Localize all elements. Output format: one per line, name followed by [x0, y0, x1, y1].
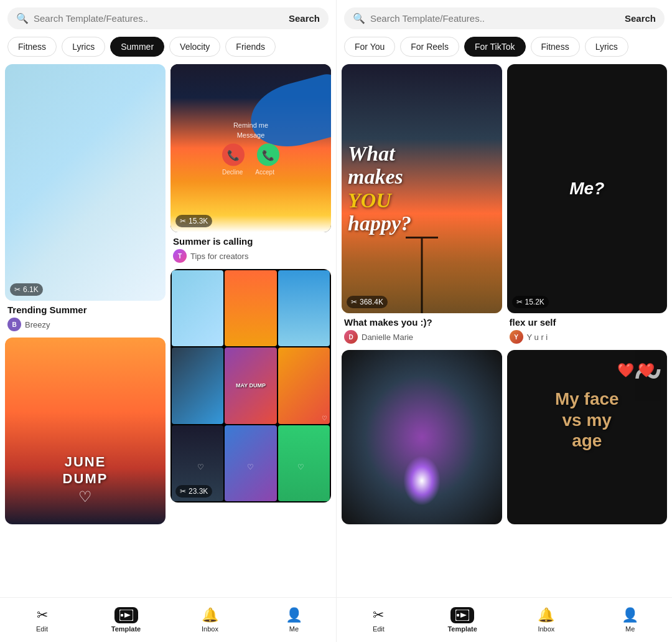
card-june-dump[interactable]: JUNEDUMP ♡	[5, 338, 166, 524]
nav-edit-right[interactable]: ✂ Edit	[337, 607, 421, 633]
template-icon-right	[450, 607, 474, 623]
nav-me-left[interactable]: 👤 Me	[252, 607, 336, 633]
left-search-button[interactable]: Search	[289, 13, 320, 24]
nav-template-left[interactable]: Template	[84, 607, 168, 633]
search-icon: 🔍	[16, 12, 29, 24]
right-search-input[interactable]	[370, 13, 620, 24]
tab-fitness-right[interactable]: Fitness	[531, 37, 580, 57]
left-panel: 🔍 Search Fitness Lyrics Summer Velocity …	[0, 0, 336, 642]
right-search-bar[interactable]: 🔍 Search	[344, 7, 665, 29]
tab-forreels-right[interactable]: For Reels	[400, 37, 459, 57]
scissor-icon-calling: ✂	[180, 217, 186, 225]
bell-icon-left: 🔔	[202, 607, 218, 623]
svg-rect-2	[121, 614, 123, 616]
avatar-trending: B	[7, 318, 21, 331]
what-happy-overlay-text: WhatmakesYOUhappy?	[348, 142, 411, 235]
right-tabs-row: For You For Reels For TikTok Fitness Lyr…	[337, 34, 672, 62]
right-bottom-nav: ✂ Edit Template 🔔 Inbox 👤 Me	[337, 597, 672, 642]
left-tabs-row: Fitness Lyrics Summer Velocity Friends	[0, 34, 336, 62]
template-icon-left	[114, 607, 138, 623]
tab-summer-left[interactable]: Summer	[110, 37, 164, 57]
svg-marker-1	[124, 613, 131, 618]
card-author-calling: T Tips for creators	[173, 249, 329, 263]
nav-edit-label-left: Edit	[36, 625, 48, 633]
bell-icon-right: 🔔	[538, 607, 554, 623]
nav-inbox-label-right: Inbox	[538, 625, 554, 633]
search-icon-right: 🔍	[353, 12, 365, 24]
svg-marker-4	[460, 613, 467, 618]
nav-me-label-right: Me	[625, 625, 635, 633]
scissors-icon-edit-right: ✂	[373, 607, 384, 623]
may-dump-text: MAY DUMP	[236, 382, 266, 389]
scissor-icon-happy: ✂	[351, 298, 357, 306]
right-content: WhatmakesYOUhappy? ✂ 368.4K What makes y…	[337, 62, 672, 597]
nav-me-label-left: Me	[289, 625, 299, 633]
avatar-happy: D	[344, 330, 358, 344]
card-title-happy: What makes you :)?	[344, 317, 500, 328]
avatar-flex: Y	[510, 330, 523, 344]
nav-template-label-right: Template	[447, 625, 477, 633]
use-count-flex: ✂ 15.2K	[512, 296, 549, 308]
june-dump-text: JUNEDUMP	[63, 454, 108, 487]
tab-fitness-left[interactable]: Fitness	[7, 37, 57, 57]
tab-velocity-left[interactable]: Velocity	[169, 37, 220, 57]
nav-template-right[interactable]: Template	[421, 607, 505, 633]
nav-me-right[interactable]: 👤 Me	[588, 607, 672, 633]
tab-lyrics-right[interactable]: Lyrics	[585, 37, 628, 57]
nav-inbox-label-left: Inbox	[202, 625, 218, 633]
right-panel: 🔍 Search For You For Reels For TikTok Fi…	[336, 0, 672, 642]
card-what-happy[interactable]: WhatmakesYOUhappy? ✂ 368.4K What makes y…	[342, 64, 502, 345]
use-count-trending: ✂ 6.1K	[10, 283, 43, 296]
scissor-icon-flex: ✂	[516, 298, 523, 306]
card-face-age[interactable]: ~ ❤️ ❤️ My face vs my age	[507, 350, 668, 524]
scissor-icon-may: ✂	[180, 487, 186, 496]
card-summer-calling[interactable]: Remind me Message 📞 📞 Decline Accept ✂	[170, 64, 331, 264]
nav-template-label-left: Template	[111, 625, 141, 633]
person-icon-right: 👤	[622, 607, 638, 623]
card-author-happy: D Danielle Marie	[344, 330, 500, 344]
nav-inbox-right[interactable]: 🔔 Inbox	[505, 607, 589, 633]
left-content: ✂ 6.1K Trending Summer B Breezy	[0, 62, 336, 597]
face-age-text: My face vs my age	[547, 389, 627, 451]
card-author-trending: B Breezy	[7, 318, 163, 331]
tab-foryou-right[interactable]: For You	[344, 37, 395, 57]
person-icon-left: 👤	[286, 607, 302, 623]
card-author-flex: Y Y u r i	[510, 330, 665, 344]
card-title-trending: Trending Summer	[7, 304, 163, 315]
card-glow[interactable]	[342, 350, 502, 524]
use-count-calling: ✂ 15.3K	[175, 215, 212, 227]
use-count-happy: ✂ 368.4K	[347, 296, 388, 308]
accept-btn: 📞	[257, 144, 279, 166]
decline-btn: 📞	[222, 144, 245, 166]
tab-lyrics-left[interactable]: Lyrics	[62, 37, 105, 57]
call-ui-overlay: Remind me Message 📞 📞 Decline Accept	[222, 121, 279, 176]
scissors-icon-edit-left: ✂	[37, 607, 48, 623]
left-search-bar[interactable]: 🔍 Search	[7, 7, 329, 29]
svg-rect-5	[457, 614, 459, 616]
card-flex-self[interactable]: Me? ✂ 15.2K flex ur self Y Y u r i	[507, 64, 668, 345]
left-bottom-nav: ✂ Edit Template 🔔 Inbox 👤 Me	[0, 597, 336, 642]
card-trending-summer[interactable]: ✂ 6.1K Trending Summer B Breezy	[5, 64, 166, 333]
tab-fortiktok-right[interactable]: For TikTok	[464, 37, 526, 57]
card-title-calling: Summer is calling	[173, 236, 329, 247]
nav-edit-left[interactable]: ✂ Edit	[0, 607, 84, 633]
heart-icon-june: ♡	[78, 488, 92, 506]
hearts-overlay: ❤️ ❤️	[617, 362, 655, 379]
scissor-icon-trending: ✂	[14, 285, 21, 294]
flex-overlay-text: Me?	[569, 179, 604, 199]
card-title-flex: flex ur self	[510, 317, 665, 328]
tab-friends-left[interactable]: Friends	[225, 37, 276, 57]
use-count-may: ✂ 23.3K	[175, 485, 212, 498]
nav-edit-label-right: Edit	[373, 625, 385, 633]
right-search-button[interactable]: Search	[625, 13, 656, 24]
left-search-input[interactable]	[34, 13, 284, 24]
avatar-calling: T	[173, 249, 187, 263]
card-may-dump[interactable]: MAY DUMP ♡ ✂ 23.3K	[170, 269, 331, 524]
nav-inbox-left[interactable]: 🔔 Inbox	[168, 607, 252, 633]
